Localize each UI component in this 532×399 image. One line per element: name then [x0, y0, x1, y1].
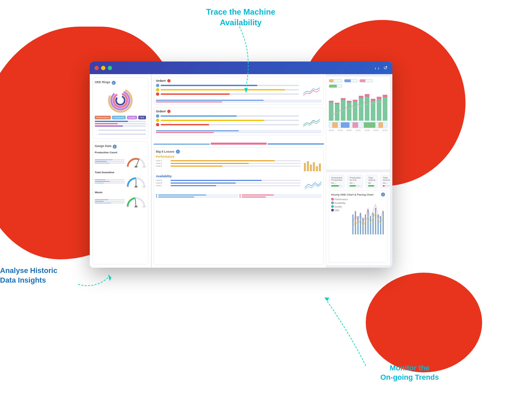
legend-availability: Availability [112, 116, 126, 119]
order2-badge [167, 110, 171, 113]
kpi-value-1: —↓ [349, 181, 360, 185]
svg-point-3 [109, 89, 132, 112]
svg-rect-35 [304, 163, 306, 171]
bar-4 [353, 96, 358, 121]
annotation-bottom-right: Monitor the On-going Trends [380, 363, 439, 382]
oee-progress [95, 121, 146, 127]
svg-point-11 [135, 166, 137, 168]
annotation-top: Trace the Machine Availability [206, 7, 275, 28]
bar-8 [376, 93, 381, 121]
bar-1 [335, 99, 340, 121]
browser-window: ‹ › ↺ OEE Rings i [90, 62, 392, 268]
big8-info[interactable]: i [176, 150, 180, 154]
kpi-label-0: Scheduled Production [331, 177, 342, 181]
svg-rect-25 [360, 213, 361, 234]
right-column: Order# [151, 74, 326, 268]
gauge-production-count: Production Count 100 0 120 [95, 151, 146, 168]
bar-9 [382, 91, 387, 121]
gauge-info-icon[interactable]: i [113, 145, 117, 149]
svg-rect-37 [310, 165, 312, 171]
svg-rect-31 [375, 208, 376, 234]
browser-dots [94, 66, 112, 70]
bar-7 [370, 95, 375, 121]
svg-point-21 [135, 206, 137, 207]
center-bottom: Scheduled Production —↓ Production So Fa… [326, 172, 390, 266]
kpi-value-0: —↓ [331, 181, 342, 185]
kpi-value-3: —↓ [383, 181, 390, 185]
kpi-label-2: Total Uptime [368, 177, 375, 181]
dot-yellow[interactable] [101, 66, 105, 70]
kpi-production-so-far: Production So Far —↓ [347, 175, 363, 188]
svg-rect-32 [377, 214, 379, 234]
perf-losses-section: Big 8 Losses i Performance Loss 1 Loss 2 [154, 147, 324, 265]
svg-text:120: 120 [142, 166, 146, 168]
hourly-chart-info[interactable]: i [381, 193, 385, 197]
oee-donut [95, 87, 146, 114]
svg-text:0: 0 [127, 186, 129, 188]
svg-rect-29 [370, 216, 371, 234]
svg-marker-1 [108, 274, 111, 281]
gauge-data-title: Gauge Data [95, 144, 111, 148]
svg-rect-36 [307, 161, 309, 171]
center-top-chart: 00:00 04:00 08:00 12:00 16:00 20:00 24:0… [326, 76, 390, 170]
svg-point-16 [135, 186, 137, 188]
kpi-total-uptime: Total Uptime — [366, 175, 378, 188]
oee-rings-section: OEE Rings i [92, 77, 148, 139]
kpi-scheduled-production: Scheduled Production —↓ [329, 175, 344, 188]
oee-rings-title: OEE Rings [95, 80, 110, 84]
order2-title: Order# [156, 110, 166, 113]
dot-green[interactable] [108, 66, 112, 70]
browser-nav: ‹ › ↺ [375, 65, 388, 71]
gauge-section: Gauge Data i Production Count [92, 141, 148, 264]
hourly-chart-title: Hourly OEE Chart & Pacing Chart [331, 193, 373, 196]
kpi-value-2: — [368, 181, 375, 185]
bar-0 [329, 97, 334, 121]
legend-quality: Quality [127, 116, 137, 119]
svg-marker-2 [324, 298, 329, 301]
svg-rect-34 [382, 211, 384, 234]
svg-text:120: 120 [142, 206, 146, 208]
svg-text:120: 120 [142, 186, 146, 188]
svg-rect-24 [357, 216, 359, 234]
kpi-label-3: Total Downtime [383, 177, 390, 181]
nav-back[interactable]: ‹ › [375, 65, 379, 71]
oee-legend: Performance Availability Quality OEE [95, 116, 146, 119]
svg-rect-30 [372, 213, 374, 234]
kpi-row: Scheduled Production —↓ Production So Fa… [329, 175, 387, 188]
order1-title: Order# [156, 79, 166, 82]
svg-text:0: 0 [127, 206, 129, 208]
kpi-total-downtime: Total Downtime —↓ [380, 175, 390, 188]
svg-point-6 [116, 96, 125, 105]
dot-red[interactable] [94, 66, 99, 70]
background-blob-bottom-right [366, 273, 482, 372]
oee-info-icon[interactable]: i [112, 81, 116, 85]
browser-titlebar: ‹ › ↺ [90, 62, 392, 74]
svg-rect-38 [313, 162, 315, 171]
bar-6 [364, 91, 369, 121]
big8-title: Big 8 Losses [156, 150, 175, 153]
bar-5 [359, 92, 364, 121]
annotation-left: Analyse Historic Data Insights [0, 266, 57, 285]
bar-2 [341, 94, 346, 121]
svg-rect-40 [319, 164, 321, 171]
order-card-2: Order# [154, 107, 324, 135]
dashboard-body: OEE Rings i [90, 74, 392, 268]
order1-badge [167, 79, 171, 82]
availability-losses-label: Availability [156, 175, 322, 178]
nav-refresh[interactable]: ↺ [383, 65, 388, 71]
svg-rect-39 [316, 166, 318, 171]
kpi-label-1: Production So Far [349, 177, 360, 181]
gauge-total-downtime: Total Downtime 100 0 120 [95, 171, 146, 188]
legend-performance: Performance [95, 116, 111, 119]
left-column: OEE Rings i [90, 74, 151, 268]
order-card-1: Order# [154, 77, 324, 105]
bar-3 [347, 97, 352, 121]
gauge-waste: Waste 100 0 120 [95, 191, 146, 208]
svg-rect-28 [367, 209, 369, 234]
legend-oee: OEE [138, 116, 146, 119]
performance-losses-label: Performance [156, 155, 322, 158]
svg-text:0: 0 [127, 166, 129, 168]
